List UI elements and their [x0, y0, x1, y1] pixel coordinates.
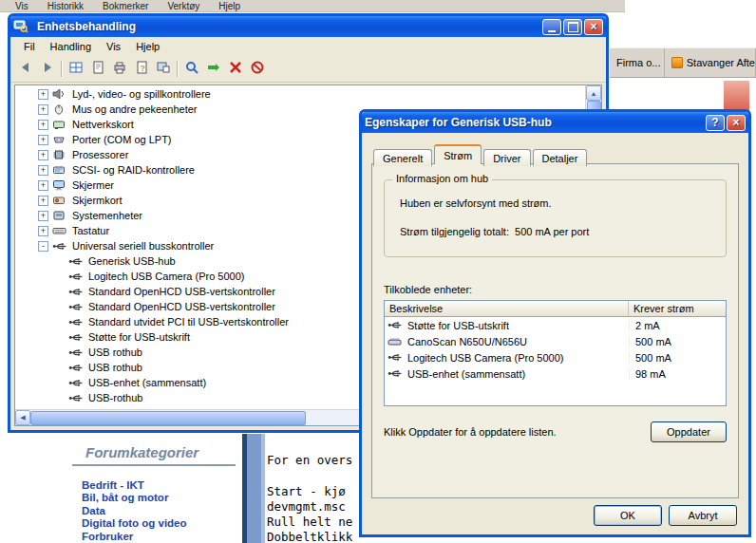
expand-icon[interactable]: + [38, 89, 48, 100]
forum-link-data[interactable]: Data [82, 505, 242, 517]
device-row-usb-enhet-sammensatt[interactable]: USB-enhet (sammensatt)98 mA [385, 365, 726, 382]
device-row-logitech-usb-camera-pro-5000[interactable]: Logitech USB Camera (Pro 5000)500 mA [385, 349, 726, 365]
forum-link-bil-b-t-og-motor[interactable]: Bil, båt og motor [82, 492, 242, 504]
usb-icon [68, 301, 85, 313]
window-controls: × [542, 19, 603, 35]
browser-menu-historikk[interactable]: Historikk [47, 1, 84, 11]
scrollbar-thumb[interactable] [30, 411, 306, 425]
help-icon: ? [711, 116, 718, 129]
refresh-row: Klikk Oppdater for å oppdatere listen. O… [384, 421, 727, 442]
browser-tab-firma[interactable]: Firma o... [610, 48, 665, 77]
toolbar-print-button[interactable] [108, 59, 130, 79]
device-power-value: 500 mA [629, 336, 726, 347]
browser-menu-verkt-y[interactable]: Verktøy [167, 1, 199, 11]
browser-tab-stavanger[interactable]: Stavanger Afte [665, 48, 756, 77]
properties-icon [90, 61, 105, 78]
scroll-up-icon[interactable]: ▲ [586, 85, 601, 101]
dialog-titlebar[interactable]: Egenskaper for Generisk USB-hub ? × [362, 112, 748, 133]
dialog-close-button[interactable]: × [727, 115, 746, 131]
tree-item-label: Skjermkort [72, 195, 123, 206]
device-power-value: 98 mA [629, 368, 726, 380]
system-icon [52, 210, 68, 222]
expand-icon[interactable]: + [38, 180, 48, 191]
ok-button[interactable]: OK [594, 505, 662, 526]
tab-str-m[interactable]: Strøm [434, 144, 482, 164]
menu-hjelp[interactable]: Hjelp [128, 39, 167, 54]
browser-menu-vis[interactable]: Vis [15, 1, 28, 11]
close-icon: × [732, 116, 739, 129]
device-manager-titlebar[interactable]: Enhetsbehandling × [10, 16, 606, 37]
device-power-value: 2 mA [629, 320, 726, 331]
column-header-description[interactable]: Beskrivelse [385, 301, 629, 317]
browser-tabbar: Firma o... Stavanger Afte [610, 47, 756, 78]
toolbar-scan-hardware-button[interactable] [180, 59, 202, 79]
help-button[interactable]: ? [706, 115, 725, 131]
toolbar-properties-button[interactable] [86, 59, 108, 79]
cancel-button[interactable]: Avbryt [669, 505, 737, 526]
toolbar-disable-button[interactable] [246, 59, 268, 79]
tab-driver[interactable]: Driver [483, 149, 530, 166]
instruction-line: Rull helt ne [265, 515, 359, 530]
toolbar-computer-button[interactable] [65, 59, 86, 79]
expand-icon[interactable]: + [38, 120, 48, 130]
tree-item-label: Generisk USB-hub [88, 255, 176, 267]
toolbar-help-button[interactable]: ? [130, 59, 152, 79]
tree-item-label: USB-rothub [88, 392, 142, 403]
expand-icon[interactable]: + [38, 226, 48, 236]
device-row-canoscan-n650u-n656u[interactable]: CanoScan N650U/N656U500 mA [385, 333, 726, 349]
forum-link-bedrift-ikt[interactable]: Bedrift - IKT [82, 479, 242, 492]
tab-detaljer[interactable]: Detaljer [533, 149, 588, 166]
print-icon [112, 61, 127, 78]
tab-generelt[interactable]: Generelt [373, 149, 432, 166]
device-description: Støtte for USB-utskrift [385, 319, 629, 331]
column-header-power[interactable]: Krever strøm [629, 301, 726, 317]
expand-icon[interactable]: + [38, 196, 48, 206]
device-row-st-tte-for-usb-utskrift[interactable]: Støtte for USB-utskrift2 mA [385, 317, 726, 333]
collapse-icon[interactable]: - [38, 241, 48, 252]
disable-icon [250, 61, 265, 78]
toolbar-forward-button[interactable] [36, 59, 58, 79]
usb-icon [68, 377, 85, 389]
expand-icon[interactable]: + [38, 211, 48, 221]
update-driver-icon [206, 61, 221, 78]
toolbar-back-button[interactable] [14, 59, 36, 79]
device-manager-menubar: FilHandlingVisHjelp [10, 37, 606, 56]
dialog-buttons: OK Avbryt [594, 505, 737, 526]
tree-item-label: Standard OpenHCD USB-vertskontroller [88, 286, 275, 297]
toolbar-uninstall-button[interactable] [224, 59, 246, 79]
browser-menu-hjelp[interactable]: Hjelp [218, 1, 240, 11]
expand-icon[interactable]: + [38, 165, 48, 176]
tree-item-lyd-video-og-spillkontrollere[interactable]: +Lyd-, video- og spillkontrollere [15, 86, 586, 102]
device-name-label: Støtte for USB-utskrift [407, 320, 509, 331]
browser-tab-label: Stavanger Afte [687, 57, 755, 68]
divider [72, 464, 236, 466]
usb-icon [52, 240, 68, 253]
desktop: VisHistorikkBokmerkerVerktøyHjelp Firma … [0, 0, 756, 543]
tree-item-label: USB rothub [88, 346, 142, 358]
expand-icon[interactable]: + [38, 135, 48, 145]
close-button[interactable]: × [584, 19, 603, 35]
expand-icon[interactable]: + [38, 104, 48, 115]
tree-item-label: Standard utvidet PCI til USB-vertskontro… [88, 316, 289, 328]
toolbar-show-window-button[interactable] [152, 59, 174, 79]
forum-link-forbruker[interactable]: Forbruker [82, 531, 242, 543]
browser-menu-bokmerker[interactable]: Bokmerker [103, 1, 148, 11]
network-icon [52, 119, 68, 131]
forward-icon [40, 61, 55, 78]
usb-hub-properties-dialog: Egenskaper for Generisk USB-hub ? × Gene… [359, 109, 751, 537]
menu-vis[interactable]: Vis [99, 39, 128, 54]
toolbar-update-driver-button[interactable] [202, 59, 224, 79]
maximize-button[interactable] [563, 19, 582, 35]
menu-handling[interactable]: Handling [43, 39, 99, 54]
scan-hardware-icon [184, 61, 199, 78]
tree-item-label: Standard OpenHCD USB-vertskontroller [88, 301, 275, 312]
show-window-icon [156, 61, 171, 78]
computer-icon [68, 61, 84, 78]
refresh-button[interactable]: Oppdater [651, 421, 727, 442]
forum-link-digital-foto-og-video[interactable]: Digital foto og video [82, 517, 242, 530]
expand-icon[interactable]: + [38, 150, 48, 160]
scroll-left-icon[interactable]: ◀ [15, 410, 30, 425]
tree-item-label: Nettverkskort [72, 119, 134, 130]
menu-fil[interactable]: Fil [16, 39, 43, 54]
minimize-button[interactable] [542, 19, 561, 35]
